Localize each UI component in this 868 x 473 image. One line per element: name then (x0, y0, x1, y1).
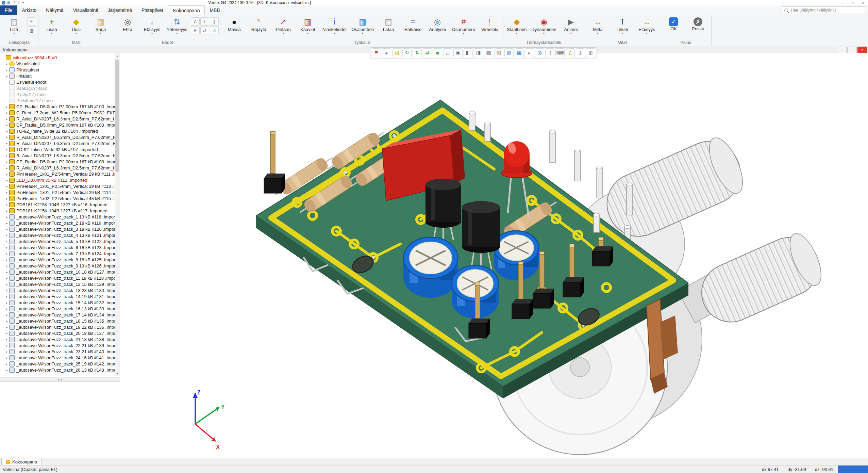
tree-item[interactable]: ▸R_Axial_DIN0207_L6.3mm_D2.5mm_P7.62mm_H… (0, 165, 120, 171)
ribbon-small-cut-icon[interactable]: ✂ (27, 17, 36, 26)
tree-item[interactable]: ▸PinHeader_1x01_P2.54mm_Vertical 29 kB #… (0, 171, 120, 177)
ribbon-small-tangent-icon[interactable]: ◇ (210, 26, 219, 34)
scrollbar-thumb[interactable] (115, 60, 119, 172)
tile-windows-icon[interactable]: ⊞ (586, 48, 595, 57)
tree-item[interactable]: ▸_autosave-WilsonFuzz_track_25 19 kB #14… (0, 361, 120, 367)
viewport-3d-scene[interactable]: Z Y X (120, 53, 868, 458)
chevron-right-icon[interactable]: ▸ (5, 258, 9, 262)
chevron-right-icon[interactable]: ▸ (5, 252, 9, 256)
section-view-icon[interactable]: ▥ (504, 48, 514, 57)
minimize-button[interactable]: – (837, 0, 848, 5)
ribbon-button-liit[interactable]: ▤Liitä▾ (2, 16, 26, 35)
panel-splitter[interactable]: ▴▾ (0, 377, 120, 382)
chevron-right-icon[interactable]: ▸ (5, 331, 9, 335)
menu-tab-n-kym[interactable]: Näkymä (41, 5, 68, 15)
ribbon-button-virheloki[interactable]: !Virheloki (478, 16, 502, 33)
undo-icon[interactable]: ↺ (12, 0, 15, 5)
chevron-right-icon[interactable]: ▸ (5, 264, 9, 268)
tree-item[interactable]: ▸_autosave-WilsonFuzz_track_1 13 kB #118… (0, 214, 120, 220)
chevron-right-icon[interactable]: ▸ (5, 123, 9, 127)
ribbon-small-perpendicular-icon[interactable]: ⊥ (200, 17, 209, 26)
chevron-right-icon[interactable]: ▸ (5, 338, 9, 341)
tree-item[interactable]: ▸Piirustukset (0, 67, 120, 73)
ribbon-button-et-isyys[interactable]: ↓Etäisyys▾ (140, 16, 164, 35)
ribbon-button-et-isyys[interactable]: ↔Etäisyys▾ (634, 16, 659, 35)
keyboard-icon[interactable]: ⌨ (555, 48, 565, 57)
tree-item[interactable]: ▸_autosave-WilsonFuzz_track_6 18 kB #123… (0, 244, 120, 250)
chevron-right-icon[interactable]: ▸ (5, 368, 9, 372)
view-right-icon[interactable]: ◨ (474, 48, 483, 57)
chevron-right-icon[interactable]: ▸ (5, 227, 9, 231)
tree-item[interactable]: ▸CP_Radial_D5.0mm_P2.00mm 167 kB #103 .I… (0, 122, 120, 128)
document-tab-kokoonpano[interactable]: Kokoonpano (1, 458, 41, 466)
tree-item[interactable]: ▸PinHeader_1x01_P2.54mm_Vertical 29 kB #… (0, 183, 120, 189)
view-front-icon[interactable]: □ (443, 48, 452, 57)
chevron-right-icon[interactable]: ▸ (5, 154, 9, 158)
render-mode-icon[interactable]: ◐ (525, 48, 534, 57)
menu-tab-mbd[interactable]: MBD (205, 5, 225, 15)
sheet-icon[interactable]: ▯ (545, 48, 554, 57)
ribbon-small-copy-icon[interactable]: ▥ (27, 26, 36, 34)
ribbon-button-lis[interactable]: +Lisää▾ (39, 16, 64, 35)
scroll-down-icon[interactable]: ▼ (115, 371, 120, 376)
chevron-right-icon[interactable]: ▸ (5, 282, 9, 286)
ribbon-button-uusi[interactable]: ◆Uusi▾ (64, 16, 88, 35)
chevron-right-icon[interactable]: ▸ (5, 203, 9, 207)
grid-icon[interactable]: ▦ (515, 48, 524, 57)
chevron-right-icon[interactable]: ▸ (5, 172, 9, 176)
chevron-right-icon[interactable]: ▸ (5, 129, 9, 133)
ribbon-button-osaluettelo[interactable]: ▦Osaluettelo▾ (349, 16, 376, 35)
tree-item[interactable]: ▸_autosave-WilsonFuzz_track_9 13 kB #126… (0, 263, 120, 269)
tree-item[interactable]: ▸PDB181-K215K-104B 1327 kB #117 .Importe… (0, 208, 120, 214)
chevron-right-icon[interactable]: ▸ (5, 209, 9, 213)
menu-tab-file[interactable]: File (0, 5, 17, 15)
orbit-horizontal-icon[interactable]: ⇄ (423, 48, 432, 57)
doc-close-button[interactable]: × (857, 47, 867, 53)
tree-item[interactable]: Vaaka(XY)-taso (0, 85, 120, 91)
ribbon-button-dynaaminen[interactable]: ◉Dynaaminen▾ (529, 16, 558, 35)
tree-item[interactable]: ▸_autosave-WilsonFuzz_track_20 18 kB #13… (0, 330, 120, 336)
chevron-right-icon[interactable]: ▸ (5, 344, 9, 347)
ribbon-button-kaaviot[interactable]: ▥Kaaviot▾ (296, 16, 320, 35)
ribbon-button-nimiketiedot[interactable]: iNimiketiedot▾ (320, 16, 349, 35)
ribbon-button-ok[interactable]: ✓OK (661, 16, 686, 32)
select-add-icon[interactable]: + (382, 48, 391, 57)
tree-item[interactable]: ▸PinHeader_1x01_P2.54mm_Vertical 29 kB #… (0, 189, 120, 195)
ribbon-button-staattinen[interactable]: ◆Staattinen▾ (504, 16, 529, 35)
iso-view-icon[interactable]: ■ (433, 48, 442, 57)
tree-item[interactable]: ▸C_Rect_L7.2mm_W2.5mm_P5.00mm_FKS2_FKP2_… (0, 110, 120, 116)
tree-item[interactable]: ▸CP_Radial_D5.0mm_P2.00mm 167 kB #100 .I… (0, 103, 120, 110)
chevron-right-icon[interactable]: ▸ (5, 270, 9, 274)
maximize-button[interactable]: □ (848, 0, 858, 5)
annotation-icon[interactable]: ▤ (392, 48, 401, 57)
chevron-right-icon[interactable]: ▸ (5, 135, 9, 139)
doc-minimize-button[interactable]: – (837, 47, 847, 53)
ribbon-button-pintaan[interactable]: ↗Pintaan▾ (271, 16, 296, 35)
ribbon-button-yhteneyys[interactable]: ⇅Yhteneyys▾ (164, 16, 190, 35)
tree-item[interactable]: ▸R_Axial_DIN0207_L6.3mm_D2.5mm_P7.62mm_H… (0, 140, 120, 146)
zoom-region-icon[interactable]: ◎ (535, 48, 544, 57)
chevron-right-icon[interactable]: ▸ (5, 111, 9, 115)
tree-item[interactable]: ▸_autosave-WilsonFuzz_track_15 14 kB #13… (0, 299, 120, 306)
ribbon-button-analysoi[interactable]: ◎Analysoi (425, 16, 450, 33)
chevron-right-icon[interactable]: ▸ (5, 301, 9, 305)
3d-viewport[interactable]: Z Y X (120, 53, 868, 458)
chevron-right-icon[interactable]: ▸ (5, 191, 9, 194)
tree-item[interactable]: ▸_autosave-WilsonFuzz_track_18 15 kB #13… (0, 318, 120, 324)
chevron-right-icon[interactable]: ▸ (5, 276, 9, 280)
chevron-right-icon[interactable]: ▸ (5, 148, 9, 151)
tree-item[interactable]: ▸_autosave-WilsonFuzz_track_12 15 kB #12… (0, 281, 120, 287)
ribbon-button-ratkaise[interactable]: =Ratkaise (401, 16, 425, 33)
chevron-right-icon[interactable]: ▸ (5, 197, 9, 200)
menu-tab-pistepilvet[interactable]: Pistepilvet (137, 5, 168, 15)
menu-tab-j-rjestelm[interactable]: Järjestelmä (103, 5, 137, 15)
view-back-icon[interactable]: ▣ (453, 48, 463, 57)
tree-item[interactable]: ▸_autosave-WilsonFuzz_track_11 18 kB #12… (0, 275, 120, 281)
view-bottom-icon[interactable]: ▨ (494, 48, 503, 57)
chevron-right-icon[interactable]: ▸ (5, 350, 9, 354)
ribbon-button-sarja[interactable]: ▦Sarja▾ (88, 16, 113, 35)
ribbon-small-coincident-icon[interactable]: ≡ (191, 26, 200, 34)
redo-icon[interactable]: ↻ (17, 0, 20, 5)
tree-item[interactable]: ▸R_Axial_DIN0207_L6.3mm_D2.5mm_P7.62mm_H… (0, 152, 120, 159)
chevron-right-icon[interactable]: ▸ (5, 184, 9, 188)
